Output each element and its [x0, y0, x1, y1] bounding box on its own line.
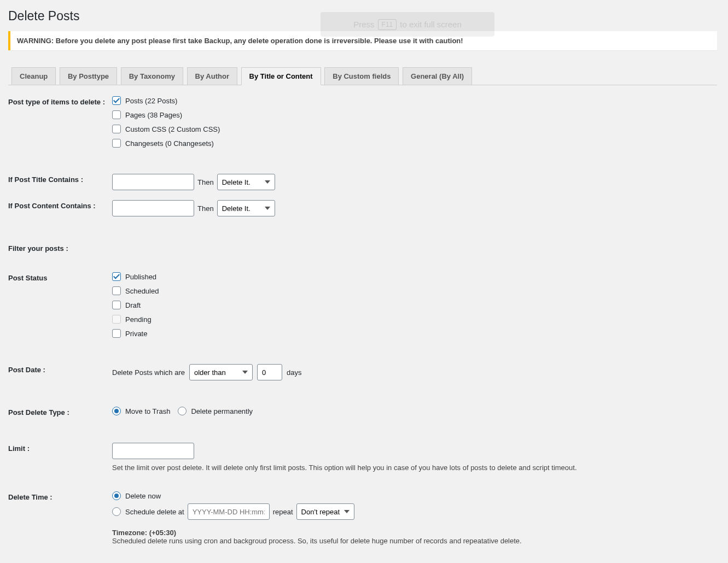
select-repeat[interactable]: Don't repeat: [296, 503, 354, 520]
checkbox-private-label: Private: [125, 330, 147, 338]
then-text-1: Then: [197, 178, 214, 186]
checkbox-pending[interactable]: [112, 315, 121, 324]
date-prefix: Delete Posts which are: [112, 368, 185, 377]
label-limit: Limit :: [8, 443, 112, 453]
input-date-days[interactable]: [257, 364, 282, 380]
checkbox-changesets-label: Changesets (0 Changesets): [125, 139, 214, 148]
checkbox-scheduled-label: Scheduled: [125, 287, 159, 295]
checkbox-draft[interactable]: [112, 301, 121, 309]
checkbox-pending-label: Pending: [125, 315, 152, 324]
radio-schedule-label: Schedule delete at: [125, 508, 184, 516]
timezone-hint: Scheduled delete runs using cron and bac…: [112, 537, 522, 545]
checkbox-custom-css[interactable]: [112, 125, 121, 133]
tab-custom-fields[interactable]: By Custom fields: [324, 67, 399, 85]
radio-move-trash-label: Move to Trash: [125, 407, 170, 415]
tab-cleanup[interactable]: Cleanup: [11, 67, 56, 85]
select-title-action[interactable]: Delete It.: [217, 174, 275, 190]
checkbox-posts[interactable]: [112, 96, 121, 105]
label-post-status: Post Status: [8, 272, 112, 282]
checkbox-custom-css-label: Custom CSS (2 Custom CSS): [125, 125, 220, 133]
checkbox-pages[interactable]: [112, 110, 121, 119]
tab-posttype[interactable]: By Posttype: [60, 67, 117, 85]
checkbox-posts-label: Posts (22 Posts): [125, 97, 177, 105]
select-date-comparison[interactable]: older than: [189, 364, 253, 380]
tab-author[interactable]: By Author: [187, 67, 237, 85]
limit-hint: Set the limit over post delete. It will …: [112, 464, 717, 472]
checkbox-changesets[interactable]: [112, 139, 121, 148]
tab-title-content[interactable]: By Title or Content: [241, 67, 321, 85]
checkbox-published-label: Published: [125, 273, 156, 281]
then-text-2: Then: [197, 204, 214, 213]
tab-taxonomy[interactable]: By Taxonomy: [121, 67, 183, 85]
date-suffix: days: [287, 368, 301, 377]
label-delete-type: Post Delete Type :: [8, 407, 112, 417]
checkbox-published[interactable]: [112, 272, 121, 281]
radio-delete-perm[interactable]: [178, 407, 187, 415]
checkbox-draft-label: Draft: [125, 301, 141, 309]
timezone-label: Timezone: (+05:30): [112, 529, 176, 537]
tab-general[interactable]: General (By All): [403, 67, 472, 85]
radio-delete-now[interactable]: [112, 491, 121, 500]
input-schedule-datetime[interactable]: [188, 503, 270, 520]
input-content-contains[interactable]: [112, 200, 194, 216]
radio-move-trash[interactable]: [112, 407, 121, 415]
checkbox-scheduled[interactable]: [112, 286, 121, 295]
warning-banner: WARNING: Before you delete any post plea…: [8, 31, 717, 50]
checkbox-private[interactable]: [112, 329, 121, 338]
radio-delete-now-label: Delete now: [125, 492, 161, 500]
select-content-action[interactable]: Delete It.: [217, 200, 275, 216]
label-post-date: Post Date :: [8, 364, 112, 374]
radio-schedule[interactable]: [112, 507, 121, 516]
page-title: Delete Posts: [8, 9, 717, 24]
label-title-contains: If Post Title Contains :: [8, 174, 112, 184]
label-filter: Filter your posts :: [8, 243, 112, 253]
radio-delete-perm-label: Delete permanently: [191, 407, 253, 415]
checkbox-pages-label: Pages (38 Pages): [125, 111, 182, 119]
input-limit[interactable]: [112, 443, 194, 459]
tab-bar: Cleanup By Posttype By Taxonomy By Autho…: [8, 67, 717, 85]
repeat-label: repeat: [273, 508, 293, 516]
label-content-contains: If Post Content Contains :: [8, 200, 112, 210]
label-delete-time: Delete Time :: [8, 491, 112, 501]
label-post-type: Post type of items to delete :: [8, 96, 112, 106]
input-title-contains[interactable]: [112, 174, 194, 190]
